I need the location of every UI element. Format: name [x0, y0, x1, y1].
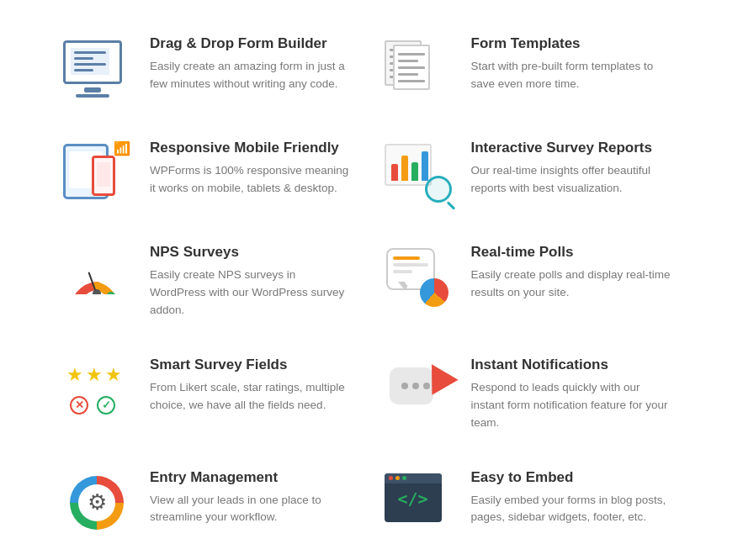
feature-form-templates-title: Form Templates — [471, 35, 677, 52]
easy-embed-icon: </> — [380, 469, 456, 536]
feature-entry-management-desc: View all your leads in one place to stre… — [150, 492, 355, 527]
feature-form-templates-desc: Start with pre-built form templates to s… — [471, 58, 677, 93]
wifi-icon: 📶 — [114, 140, 130, 156]
feature-responsive-title: Responsive Mobile Friendly — [150, 140, 355, 156]
feature-easy-embed: </> Easy to Embed Easily embed your form… — [372, 451, 693, 555]
form-templates-icon — [380, 35, 456, 103]
feature-smart-fields-desc: From Likert scale, star ratings, multipl… — [150, 379, 355, 415]
feature-drag-drop: Drag & Drop Form Builder Easily create a… — [50, 17, 372, 121]
feature-spam-protection: Spam Protection Our smart captcha and sp… — [50, 555, 372, 560]
survey-reports-icon — [380, 140, 456, 207]
feature-form-templates: Form Templates Start with pre-built form… — [372, 17, 693, 121]
feature-easy-embed-title: Easy to Embed — [471, 469, 677, 486]
feature-form-templates-text: Form Templates Start with pre-built form… — [471, 35, 677, 93]
feature-smart-fields-title: Smart Survey Fields — [150, 357, 355, 373]
feature-nps: NPS Surveys Easily create NPS surveys in… — [50, 225, 372, 338]
feature-drag-drop-text: Drag & Drop Form Builder Easily create a… — [150, 35, 355, 93]
feature-survey-reports: Interactive Survey Reports Our real-time… — [372, 121, 693, 225]
feature-survey-reports-desc: Our real-time insights offer beautiful r… — [471, 162, 677, 198]
nps-icon — [59, 244, 135, 311]
feature-drag-drop-title: Drag & Drop Form Builder — [150, 35, 355, 52]
feature-survey-reports-title: Interactive Survey Reports — [471, 140, 677, 156]
smart-fields-icon: ★ ★ ★ ✕ ✓ — [59, 357, 135, 424]
polls-icon — [380, 244, 456, 311]
feature-easy-embed-text: Easy to Embed Easily embed your forms in… — [471, 469, 677, 527]
feature-drag-drop-desc: Easily create an amazing form in just a … — [150, 58, 355, 93]
window-dot-yellow — [395, 476, 400, 480]
feature-nps-desc: Easily create NPS surveys in WordPress w… — [150, 267, 355, 320]
notifications-icon — [380, 357, 456, 424]
feature-notifications-title: Instant Notifications — [471, 357, 677, 373]
responsive-icon: 📶 — [59, 140, 135, 207]
feature-notifications-desc: Respond to leads quickly with our instan… — [471, 379, 677, 432]
star-3: ★ — [105, 364, 122, 386]
code-icon: </> — [385, 489, 442, 509]
gear-icon: ⚙ — [88, 489, 107, 515]
check-icon: ✓ — [97, 396, 115, 415]
feature-polls-text: Real-time Polls Easily create polls and … — [471, 244, 677, 302]
features-grid: Drag & Drop Form Builder Easily create a… — [0, 0, 743, 560]
cross-icon: ✕ — [70, 396, 88, 415]
drag-drop-icon — [59, 35, 135, 103]
feature-entry-management-text: Entry Management View all your leads in … — [150, 469, 355, 527]
feature-smart-fields: ★ ★ ★ ✕ ✓ Smart Survey Fields From Liker… — [50, 338, 372, 451]
window-dot-green — [402, 476, 406, 480]
feature-notifications-text: Instant Notifications Respond to leads q… — [471, 357, 677, 432]
feature-entry-management: ⚙ Entry Management View all your leads i… — [50, 451, 372, 555]
feature-polls: Real-time Polls Easily create polls and … — [372, 225, 693, 338]
feature-survey-reports-text: Interactive Survey Reports Our real-time… — [471, 140, 677, 198]
feature-entry-management-title: Entry Management — [150, 469, 355, 486]
feature-nps-text: NPS Surveys Easily create NPS surveys in… — [150, 244, 355, 320]
feature-polls-desc: Easily create polls and display real-tim… — [471, 267, 677, 302]
feature-notifications: Instant Notifications Respond to leads q… — [372, 338, 693, 451]
entry-management-icon: ⚙ — [59, 469, 135, 536]
window-dot-red — [389, 476, 393, 480]
feature-smart-fields-text: Smart Survey Fields From Likert scale, s… — [150, 357, 355, 415]
star-1: ★ — [66, 364, 83, 386]
feature-nps-title: NPS Surveys — [150, 244, 355, 261]
feature-easy-embed-desc: Easily embed your forms in blog posts, p… — [471, 492, 677, 527]
feature-polls-title: Real-time Polls — [471, 244, 677, 261]
feature-responsive-text: Responsive Mobile Friendly WPForms is 10… — [150, 140, 355, 198]
feature-responsive: 📶 Responsive Mobile Friendly WPForms is … — [50, 121, 372, 225]
star-2: ★ — [86, 364, 103, 386]
feature-responsive-desc: WPForms is 100% responsive meaning it wo… — [150, 162, 355, 198]
